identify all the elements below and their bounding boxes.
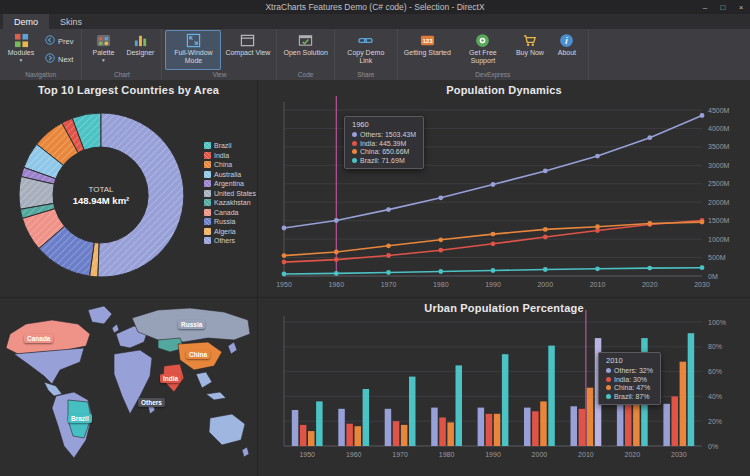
world-map[interactable] [0,298,257,476]
map-label-russia[interactable]: Russia [178,320,205,329]
bar-india-1990[interactable] [486,414,493,446]
data-point-brazil[interactable] [543,267,548,272]
legend-item-kazakhstan[interactable]: Kazakhstan [204,199,256,206]
data-point-others[interactable] [595,154,600,159]
data-point-china[interactable] [700,220,705,225]
bar-brazil-2030[interactable] [688,333,695,446]
bar-china-2000[interactable] [540,401,547,446]
map-label-others[interactable]: Others [138,398,165,407]
bar-china-2030[interactable] [680,362,687,446]
data-point-brazil[interactable] [334,271,339,276]
bar-others-2000[interactable] [524,408,531,446]
legend-item-brazil[interactable]: Brazil [204,142,256,149]
bar-india-2020[interactable] [625,403,632,446]
data-point-india[interactable] [491,241,496,246]
bar-brazil-1960[interactable] [363,389,370,446]
tab-skins[interactable]: Skins [49,14,93,29]
about-button[interactable]: iAbout [549,30,585,70]
bar-others-1980[interactable] [431,408,438,446]
bar-china-1980[interactable] [447,422,454,446]
series-line-india[interactable] [284,221,702,263]
legend-item-russia[interactable]: Russia [204,218,256,225]
data-point-india[interactable] [282,260,287,265]
legend-item-australia[interactable]: Australia [204,171,256,178]
line-chart[interactable]: 0M500M1000M1500M2000M2500M3000M3500M4000… [258,80,750,297]
getting-started-button[interactable]: 123Getting Started [401,30,454,70]
data-point-others[interactable] [543,169,548,174]
donut-slice-others[interactable] [98,113,184,277]
bar-india-1950[interactable] [300,425,307,446]
data-point-brazil[interactable] [647,266,652,271]
data-point-india[interactable] [438,248,443,253]
map-label-brazil[interactable]: Brazil [68,414,92,423]
data-point-china[interactable] [595,224,600,229]
bar-india-1980[interactable] [439,418,446,447]
full-window-mode-button[interactable]: Full-Window Mode [165,30,221,70]
data-point-others[interactable] [700,113,705,118]
legend-item-india[interactable]: India [204,152,256,159]
open-solution-button[interactable]: Open Solution [280,30,330,70]
data-point-others[interactable] [647,135,652,140]
bar-others-1970[interactable] [385,409,392,446]
data-point-others[interactable] [334,218,339,223]
bar-chart[interactable]: 0%20%40%60%80%100%1950196019701980199020… [258,298,750,476]
tab-demo[interactable]: Demo [3,14,49,29]
legend-item-china[interactable]: China [204,161,256,168]
data-point-china[interactable] [282,253,287,258]
data-point-china[interactable] [438,237,443,242]
data-point-brazil[interactable] [282,272,287,277]
data-point-india[interactable] [386,253,391,258]
data-point-china[interactable] [386,243,391,248]
bar-brazil-1980[interactable] [456,365,463,446]
data-point-brazil[interactable] [438,269,443,274]
data-point-others[interactable] [438,195,443,200]
data-point-brazil[interactable] [700,265,705,270]
data-point-brazil[interactable] [491,268,496,273]
data-point-china[interactable] [543,227,548,232]
copy-demo-link-button[interactable]: Copy Demo Link [338,30,394,70]
legend-item-algeria[interactable]: Algeria [204,228,256,235]
compact-view-button[interactable]: Compact View [222,30,273,70]
bar-china-1970[interactable] [401,425,408,446]
legend-item-argentina[interactable]: Argentina [204,180,256,187]
legend-item-united-states[interactable]: United States [204,190,256,197]
next-button[interactable]: Next [42,52,76,66]
minimize-button[interactable]: – [696,0,714,14]
data-point-china[interactable] [647,221,652,226]
bar-india-2030[interactable] [672,396,679,446]
data-point-others[interactable] [282,226,287,231]
bar-brazil-1950[interactable] [316,401,323,446]
bar-india-2000[interactable] [532,411,539,446]
data-point-india[interactable] [334,257,339,262]
bar-china-1990[interactable] [494,414,501,446]
bar-india-1960[interactable] [346,424,353,446]
data-point-china[interactable] [334,250,339,255]
map-label-india[interactable]: India [160,374,181,383]
data-point-brazil[interactable] [386,270,391,275]
bar-brazil-2000[interactable] [548,346,555,446]
map-label-china[interactable]: China [186,350,210,359]
get-free-support-button[interactable]: Get Free Support [455,30,511,70]
map-label-canada[interactable]: Canada [24,334,53,343]
data-point-china[interactable] [491,232,496,237]
bar-china-1960[interactable] [355,426,362,446]
data-point-others[interactable] [491,182,496,187]
modules-button[interactable]: Modules▾ [3,30,39,70]
designer-button[interactable]: Designer [122,30,158,70]
bar-brazil-1990[interactable] [502,354,509,446]
bar-brazil-1970[interactable] [409,377,416,446]
maximize-button[interactable]: □ [714,0,732,14]
palette-button[interactable]: Palette▾ [85,30,121,70]
bar-others-2020[interactable] [617,405,624,446]
legend-item-others[interactable]: Others [204,237,256,244]
data-point-india[interactable] [543,235,548,240]
buy-now-button[interactable]: Buy Now [512,30,548,70]
bar-others-1960[interactable] [338,409,345,446]
bar-india-1970[interactable] [393,421,400,446]
bar-others-2010[interactable] [571,406,578,446]
data-point-brazil[interactable] [595,266,600,271]
bar-india-2010[interactable] [579,409,586,446]
bar-others-1950[interactable] [292,410,299,446]
bar-others-1990[interactable] [478,408,485,446]
bar-china-2010[interactable] [587,388,594,446]
